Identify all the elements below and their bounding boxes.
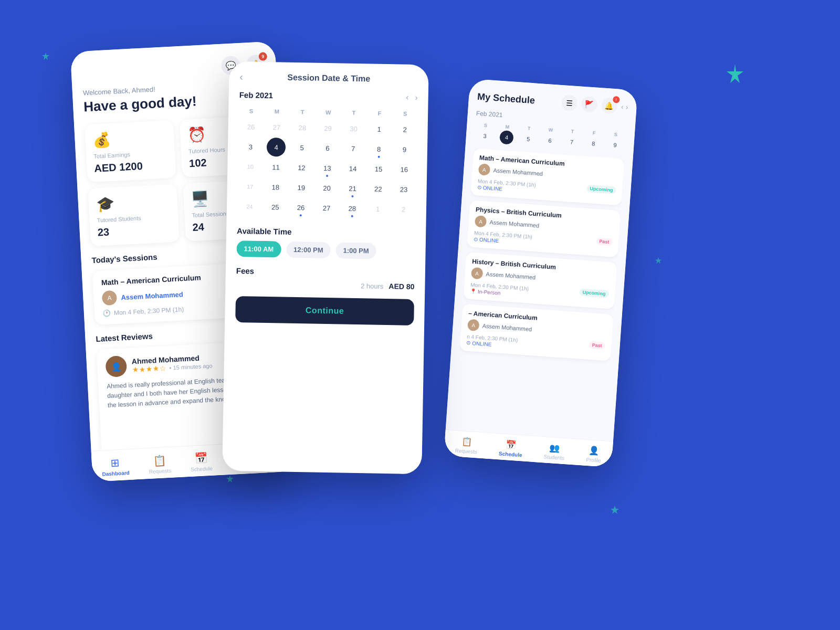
cal-back-button[interactable]: ‹ [239, 71, 243, 83]
sched-prev-btn[interactable]: ‹ [621, 102, 624, 111]
sched-avatar-3: A [471, 267, 483, 279]
sched-notif-button[interactable]: 🔔 ! [601, 97, 617, 114]
review-stars: ★★★★☆ [132, 364, 166, 374]
sched-nav-students[interactable]: 👥 Students [543, 442, 565, 461]
cal-month: Feb 2021 [239, 90, 274, 100]
sched-month-nav: ‹ › [621, 102, 628, 111]
bell-icon-sched: 🔔 [604, 101, 614, 110]
cal-cell-23[interactable]: 23 [394, 180, 414, 199]
cal-cell-3[interactable]: 3 [241, 137, 260, 156]
stat-earnings[interactable]: 💰 Total Earnings AED 1200 [85, 120, 176, 183]
cal-header: ‹ Session Date & Time [239, 72, 418, 85]
sched-dh-f: F [584, 130, 605, 136]
sched-list-button[interactable]: ☰ [561, 94, 578, 111]
sched-session-1[interactable]: Math – American Curriculum A Assem Moham… [470, 149, 625, 206]
sched-status-4: Past [589, 341, 605, 350]
sched-cal-grid: S M T W T F S 3 4 5 6 7 8 9 [474, 122, 626, 153]
sched-avatar-2: A [475, 215, 487, 227]
sched-cell-7[interactable]: 7 [564, 135, 579, 150]
cal-cell-19[interactable]: 19 [291, 178, 311, 197]
sched-cell-9[interactable]: 9 [608, 138, 623, 152]
cal-cell-24[interactable]: 24 [240, 197, 259, 216]
cal-cell-11[interactable]: 11 [266, 158, 286, 177]
cal-cell-26[interactable]: 26 [291, 198, 311, 217]
sched-session-4[interactable]: – American Curriculum A Assem Mohammed n… [459, 304, 614, 361]
cal-cell-next-1[interactable]: 1 [368, 199, 387, 218]
cal-cell-10[interactable]: 10 [240, 157, 260, 176]
nav-dashboard-label: Dashboard [102, 470, 130, 477]
sched-cell-8[interactable]: 8 [586, 136, 601, 151]
schedule-phone: My Schedule ☰ 🚩 🔔 ! ‹ › Feb 2021 [444, 79, 637, 468]
cal-cell-prev-29[interactable]: 29 [318, 119, 338, 138]
student-name[interactable]: Assem Mohammed [121, 290, 183, 301]
sched-title: My Schedule [477, 91, 535, 106]
calendar-phone: ‹ Session Date & Time Feb 2021 ‹ › S M T… [222, 61, 429, 475]
cal-cell-8[interactable]: 8 [369, 139, 388, 159]
stat-students[interactable]: 🎓 Tutored Students 23 [88, 184, 180, 247]
cal-cell-5[interactable]: 5 [292, 138, 312, 158]
cal-cell-2[interactable]: 2 [395, 120, 415, 139]
cal-month-nav: Feb 2021 ‹ › [239, 90, 418, 102]
cal-cell-22[interactable]: 22 [369, 179, 388, 198]
svg-marker-1 [727, 64, 743, 83]
sched-session-3[interactable]: History – British Curriculum A Assem Moh… [463, 252, 617, 309]
day-header-t1: T [290, 107, 315, 118]
sched-session-2[interactable]: Physics – British Curriculum A Assem Moh… [467, 200, 621, 257]
cal-cell-prev-28[interactable]: 28 [292, 118, 312, 138]
cal-cell-14[interactable]: 14 [343, 159, 363, 178]
nav-schedule-label: Schedule [191, 466, 213, 472]
cal-cell-18[interactable]: 18 [266, 177, 286, 197]
cal-cell-21[interactable]: 21 [343, 179, 362, 198]
cal-cell-6[interactable]: 6 [318, 139, 338, 158]
cal-cell-16[interactable]: 16 [395, 160, 414, 179]
cal-cell-1[interactable]: 1 [370, 119, 389, 139]
day-header-t2: T [341, 107, 366, 118]
continue-button[interactable]: Continue [235, 296, 414, 326]
sched-nav-requests[interactable]: 📋 Requests [455, 436, 478, 455]
cal-cell-27[interactable]: 27 [317, 198, 337, 218]
notification-badge: 9 [258, 52, 267, 61]
session-list: Math – American Curriculum A Assem Moham… [455, 149, 625, 426]
cal-cell-prev-26[interactable]: 26 [242, 117, 261, 136]
time-slot-1200[interactable]: 12:00 PM [286, 242, 331, 258]
cal-next-button[interactable]: › [415, 93, 418, 102]
session-time-text: Mon 4 Feb, 2:30 PM (1h) [114, 306, 184, 317]
sched-dh-m: M [497, 124, 518, 131]
cal-cell-prev-27[interactable]: 27 [267, 118, 287, 137]
cal-cell-12[interactable]: 12 [292, 158, 311, 177]
cal-cell-28[interactable]: 28 [343, 199, 362, 218]
schedule-icon: 📅 [194, 452, 208, 465]
nav-dashboard[interactable]: ⊞ Dashboard [101, 456, 130, 477]
sched-nav-profile[interactable]: 👤 Profile [586, 445, 602, 464]
cal-cell-20[interactable]: 20 [317, 178, 337, 198]
cal-cell-prev-30[interactable]: 30 [344, 119, 363, 139]
nav-requests[interactable]: 📋 Requests [148, 454, 171, 475]
sched-nav-requests-label: Requests [455, 447, 477, 455]
cal-cell-7[interactable]: 7 [344, 139, 363, 159]
sched-cell-5[interactable]: 5 [521, 132, 536, 146]
cal-cell-13[interactable]: 13 [318, 159, 337, 178]
nav-schedule[interactable]: 📅 Schedule [190, 452, 213, 472]
time-slot-1100[interactable]: 11:00 AM [236, 240, 281, 257]
time-slot-1300[interactable]: 1:00 PM [335, 242, 376, 259]
cal-cell-25[interactable]: 25 [266, 197, 285, 217]
cal-cell-4-selected[interactable]: 4 [267, 138, 286, 157]
sched-cell-3[interactable]: 3 [478, 129, 492, 143]
cal-cell-15[interactable]: 15 [369, 159, 388, 178]
sched-sname-2: Assem Mohammed [489, 219, 539, 229]
cal-title: Session Date & Time [287, 73, 370, 84]
cal-cell-17[interactable]: 17 [240, 177, 260, 196]
sched-flag-button[interactable]: 🚩 [581, 96, 597, 113]
sched-icons: ☰ 🚩 🔔 ! ‹ › [561, 94, 628, 115]
sched-cell-6[interactable]: 6 [543, 133, 558, 148]
cal-cell-next-2[interactable]: 2 [394, 200, 413, 219]
earnings-label: Total Earnings [93, 149, 167, 159]
fees-amount: AED 80 [388, 282, 414, 291]
cal-cell-9[interactable]: 9 [395, 140, 414, 159]
sched-next-btn[interactable]: › [625, 103, 628, 111]
sched-cell-4[interactable]: 4 [499, 130, 514, 145]
sched-sname-1: Assem Mohammed [493, 167, 543, 177]
fees-section: Fees 2 hours AED 80 [236, 266, 415, 291]
sched-nav-schedule[interactable]: 📅 Schedule [499, 439, 523, 458]
cal-prev-button[interactable]: ‹ [406, 93, 409, 102]
